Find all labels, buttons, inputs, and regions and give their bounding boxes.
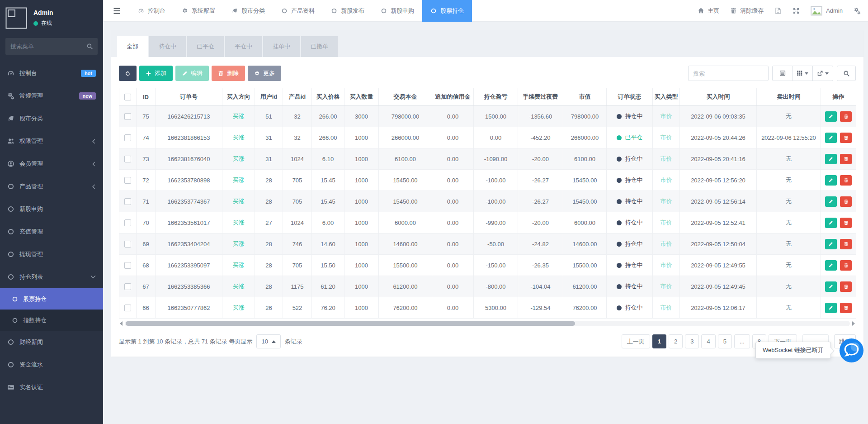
columns-button[interactable] bbox=[793, 66, 813, 81]
row-checkbox[interactable] bbox=[124, 177, 131, 184]
tab[interactable]: 挂单中 bbox=[263, 36, 300, 57]
scrollbar-thumb[interactable] bbox=[126, 321, 575, 326]
hamburger-menu-icon[interactable] bbox=[113, 8, 121, 14]
column-header[interactable]: 操作 bbox=[821, 88, 856, 106]
column-header[interactable]: 追加的信用金 bbox=[432, 88, 474, 106]
edit-button[interactable]: 编辑 bbox=[175, 66, 209, 81]
tab[interactable]: 已撤单 bbox=[301, 36, 338, 57]
chat-widget-button[interactable] bbox=[839, 338, 864, 363]
delete-row-button[interactable] bbox=[840, 196, 852, 207]
sidebar-item[interactable]: 股市分类 bbox=[0, 107, 103, 130]
column-header[interactable]: 订单号 bbox=[156, 88, 222, 106]
scroll-right-icon[interactable] bbox=[851, 321, 856, 326]
column-header[interactable]: 买入价格 bbox=[312, 88, 344, 106]
row-checkbox[interactable] bbox=[124, 198, 131, 205]
edit-row-button[interactable] bbox=[825, 133, 837, 143]
edit-row-button[interactable] bbox=[825, 260, 837, 271]
column-header[interactable]: 卖出时间 bbox=[757, 88, 821, 106]
topnav-item[interactable]: 新股申购 bbox=[373, 0, 422, 22]
row-checkbox[interactable] bbox=[124, 305, 131, 311]
topnav-item[interactable]: 控制台 bbox=[130, 0, 174, 22]
topnav-item[interactable]: 股市分类 bbox=[223, 0, 273, 22]
sidebar-item[interactable]: 财经新闻 bbox=[0, 331, 103, 353]
column-header[interactable]: 买入类型 bbox=[653, 88, 680, 106]
delete-row-button[interactable] bbox=[840, 260, 852, 271]
clear-cache-link[interactable]: 清除缓存 bbox=[730, 7, 764, 15]
delete-row-button[interactable] bbox=[840, 133, 852, 143]
sidebar-item[interactable]: 提现管理 bbox=[0, 243, 103, 266]
more-button[interactable]: 更多 bbox=[248, 66, 281, 81]
column-header[interactable]: 订单状态 bbox=[607, 88, 653, 106]
page-button[interactable]: 2 bbox=[669, 334, 683, 348]
sidebar-item[interactable]: 控制台hot bbox=[0, 62, 103, 85]
edit-row-button[interactable] bbox=[825, 303, 837, 313]
sidebar-item[interactable]: 常规管理new bbox=[0, 85, 103, 107]
column-header[interactable]: 用户id bbox=[255, 88, 283, 106]
column-header[interactable]: 买入时间 bbox=[680, 88, 757, 106]
detail-view-button[interactable] bbox=[772, 66, 793, 81]
topnav-item[interactable]: 新股发布 bbox=[323, 0, 373, 22]
user-avatar[interactable] bbox=[5, 7, 27, 29]
sidebar-item[interactable]: 新股申购 bbox=[0, 198, 103, 220]
wipe-record-icon[interactable] bbox=[774, 7, 782, 14]
delete-row-button[interactable] bbox=[840, 303, 852, 313]
column-header[interactable]: 交易本金 bbox=[379, 88, 432, 106]
delete-row-button[interactable] bbox=[840, 111, 852, 122]
row-checkbox[interactable] bbox=[124, 262, 131, 269]
scroll-left-icon[interactable] bbox=[119, 321, 123, 326]
row-checkbox[interactable] bbox=[124, 113, 131, 120]
delete-row-button[interactable] bbox=[840, 175, 852, 186]
column-header[interactable]: ID bbox=[137, 88, 156, 106]
column-header[interactable]: 产品id bbox=[283, 88, 312, 106]
edit-row-button[interactable] bbox=[825, 281, 837, 292]
edit-row-button[interactable] bbox=[825, 218, 837, 228]
delete-row-button[interactable] bbox=[840, 154, 852, 164]
page-size-select[interactable]: 10 bbox=[256, 334, 280, 348]
navbar-avatar[interactable] bbox=[811, 6, 822, 16]
navbar-username[interactable]: Admin bbox=[826, 7, 843, 14]
prev-page-button[interactable]: 上一页 bbox=[622, 334, 650, 348]
sidebar-item[interactable]: 持仓列表 bbox=[0, 266, 103, 288]
delete-row-button[interactable] bbox=[840, 218, 852, 228]
refresh-button[interactable] bbox=[119, 66, 137, 81]
settings-gears-icon[interactable] bbox=[854, 7, 861, 14]
topnav-item[interactable]: 股票持仓 bbox=[422, 0, 472, 22]
topnav-item[interactable]: 系统配置 bbox=[174, 0, 223, 22]
add-button[interactable]: 添加 bbox=[139, 66, 173, 81]
export-button[interactable] bbox=[813, 66, 833, 81]
tab[interactable]: 已平仓 bbox=[187, 36, 224, 57]
fullscreen-icon[interactable] bbox=[793, 7, 800, 14]
sidebar-subitem[interactable]: 指数持仓 bbox=[0, 310, 103, 331]
edit-row-button[interactable] bbox=[825, 111, 837, 122]
page-button[interactable]: 1 bbox=[652, 334, 666, 348]
topnav-item[interactable]: 产品资料 bbox=[273, 0, 323, 22]
column-header[interactable]: 市值 bbox=[563, 88, 607, 106]
page-button[interactable]: 5 bbox=[718, 334, 732, 348]
home-link[interactable]: 主页 bbox=[698, 7, 719, 15]
page-button[interactable]: 3 bbox=[685, 334, 699, 348]
sidebar-item[interactable]: 充值管理 bbox=[0, 220, 103, 243]
edit-row-button[interactable] bbox=[825, 154, 837, 164]
sidebar-subitem[interactable]: 股票持仓 bbox=[0, 288, 103, 310]
tab[interactable]: 平仓中 bbox=[225, 36, 262, 57]
column-header[interactable]: 买入方向 bbox=[222, 88, 255, 106]
tab[interactable]: 持仓中 bbox=[149, 36, 186, 57]
select-all-checkbox[interactable] bbox=[124, 94, 131, 100]
delete-button[interactable]: 删除 bbox=[212, 66, 245, 81]
tab[interactable]: 全部 bbox=[117, 36, 148, 57]
delete-row-button[interactable] bbox=[840, 239, 852, 249]
edit-row-button[interactable] bbox=[825, 196, 837, 207]
sidebar-item[interactable]: 实名认证 bbox=[0, 376, 103, 399]
row-checkbox[interactable] bbox=[124, 283, 131, 290]
edit-row-button[interactable] bbox=[825, 175, 837, 186]
column-header[interactable]: 手续费过夜费 bbox=[518, 88, 563, 106]
table-search-input[interactable] bbox=[688, 66, 769, 81]
sidebar-item[interactable]: 资金流水 bbox=[0, 353, 103, 376]
row-checkbox[interactable] bbox=[124, 241, 131, 248]
scrollbar-track[interactable] bbox=[125, 321, 850, 326]
edit-row-button[interactable] bbox=[825, 239, 837, 249]
row-checkbox[interactable] bbox=[124, 134, 131, 141]
sidebar-search-input[interactable] bbox=[5, 38, 98, 55]
column-header[interactable]: 持仓盈亏 bbox=[474, 88, 518, 106]
delete-row-button[interactable] bbox=[840, 281, 852, 292]
